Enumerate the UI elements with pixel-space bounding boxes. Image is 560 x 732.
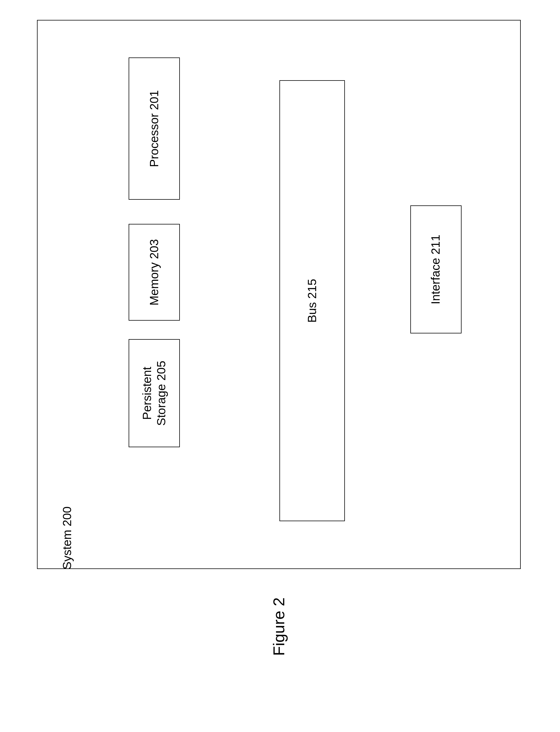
memory-block: Memory 203: [129, 224, 180, 321]
bus-block: Bus 215: [279, 80, 345, 521]
interface-label: Interface 211: [429, 235, 443, 304]
storage-label: PersistentStorage 205: [140, 361, 169, 426]
figure-caption: Figure 2: [37, 592, 521, 610]
processor-block: Processor 201: [129, 57, 180, 200]
diagram-canvas: System 200 Processor 201 Memory 203 Pers…: [37, 20, 521, 657]
figure-caption-text: Figure 2: [270, 597, 288, 656]
memory-label: Memory 203: [147, 239, 161, 305]
system-container: System 200 Processor 201 Memory 203 Pers…: [37, 20, 521, 569]
interface-block: Interface 211: [410, 205, 462, 334]
system-label: System 200: [60, 506, 74, 569]
storage-block: PersistentStorage 205: [129, 339, 180, 447]
bus-label: Bus 215: [305, 279, 319, 323]
processor-label: Processor 201: [147, 90, 161, 167]
